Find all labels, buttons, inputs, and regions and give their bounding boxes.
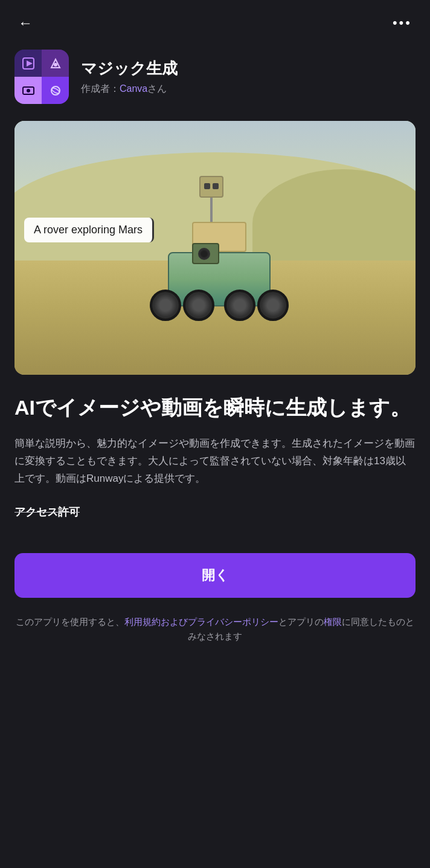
headline: AIでイメージや動画を瞬時に生成します。 [14,394,416,421]
app-author: 作成者：Canvaさん [81,83,416,96]
description: 簡単な説明から、魅力的なイメージや動画を作成できます。生成されたイメージを動画に… [14,435,416,488]
terms-middle: とアプリの [278,617,324,627]
svg-marker-1 [27,60,33,66]
permissions-label: アクセス許可 [14,506,80,518]
svg-point-3 [54,63,57,66]
open-button-container: 開く [0,548,430,610]
icon-cell-tl [14,50,42,77]
more-button[interactable]: ••• [389,11,416,34]
app-title-area: マジック生成 作成者：Canvaさん [81,58,416,96]
prompt-overlay: A rover exploring Mars [24,218,154,242]
terms-text: このアプリを使用すると、利用規約およびプライバシーポリシーとアプリの権限に同意し… [0,610,430,668]
rover-eye-left [204,183,210,189]
rover-eye-right [213,183,219,189]
rover [150,216,295,337]
author-suffix: さん [147,83,167,94]
icon-cell-tr [42,50,69,77]
author-prefix: 作成者： [81,83,120,94]
back-button[interactable]: ← [14,11,36,35]
wheel-front-left [150,290,181,321]
rover-head [199,176,223,198]
prompt-text: A rover exploring Mars [34,224,143,236]
icon-cell-br [42,77,69,104]
rover-scene: A rover exploring Mars [14,121,416,375]
rover-camera [192,243,219,264]
author-link[interactable]: Canva [120,83,147,94]
permissions-section: アクセス許可 [14,505,416,519]
rover-body [168,252,271,306]
permissions-link[interactable]: 権限 [324,617,342,627]
content-area: AIでイメージや動画を瞬時に生成します。 簡単な説明から、魅力的なイメージや動画… [0,375,430,548]
app-title: マジック生成 [81,58,416,79]
tos-link[interactable]: 利用規約およびプライバシーポリシー [124,617,278,627]
wheel-rear-right [224,290,255,321]
svg-point-5 [27,89,30,92]
preview-image: A rover exploring Mars [14,121,416,375]
more-icon: ••• [393,15,412,30]
camera-lens [198,248,210,260]
icon-cell-bl [14,77,42,104]
open-button[interactable]: 開く [14,553,416,598]
wheel-front-right [257,290,289,321]
app-icon [14,50,69,104]
back-arrow-icon: ← [18,15,33,31]
header: ← ••• [0,0,430,45]
terms-prefix: このアプリを使用すると、 [16,617,124,627]
app-info-section: マジック生成 作成者：Canvaさん [0,45,430,121]
wheel-rear-left [183,290,214,321]
